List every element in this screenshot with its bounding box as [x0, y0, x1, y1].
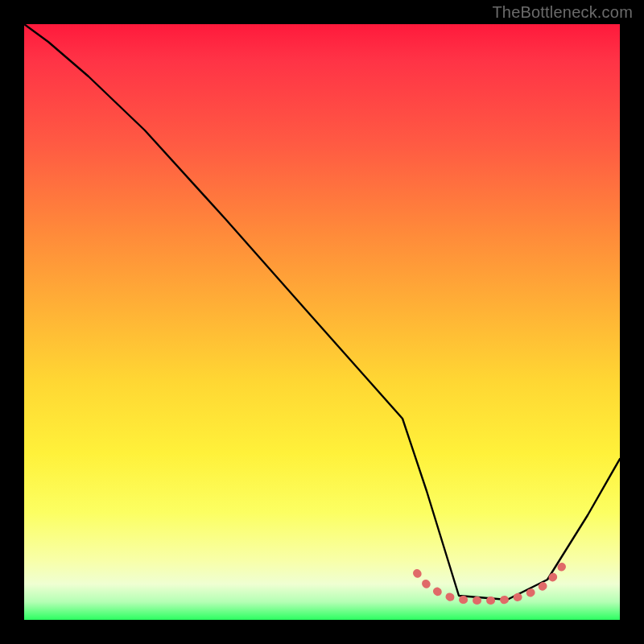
- curve-line: [24, 24, 620, 600]
- chart-svg: [24, 24, 620, 620]
- optimal-range-dots: [417, 567, 562, 601]
- attribution-text: TheBottleneck.com: [492, 3, 633, 22]
- chart-stage: TheBottleneck.com: [0, 0, 644, 644]
- plot-area: [24, 24, 620, 620]
